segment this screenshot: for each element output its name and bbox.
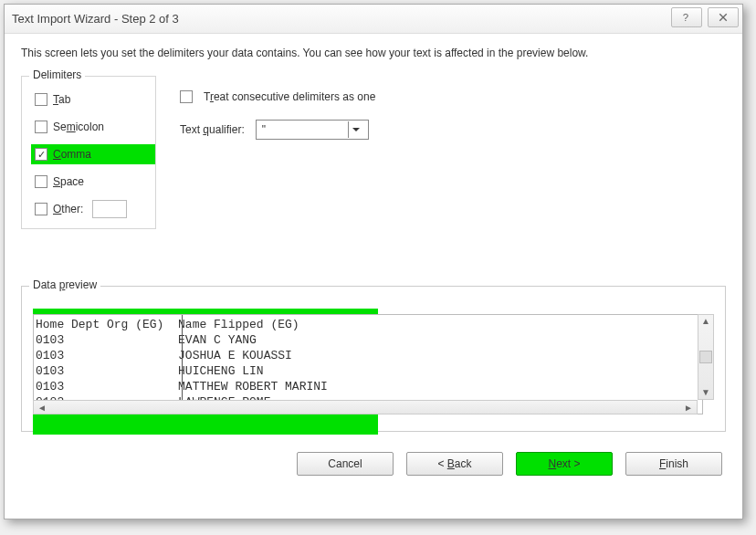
delimiters-fieldset: Delimiters Tab Semicolon Comma xyxy=(21,76,156,229)
data-preview-fieldset: Data preview Home Dept Org (EG) Name Fli… xyxy=(21,286,726,432)
semicolon-checkbox-row[interactable]: Semicolon xyxy=(31,117,155,137)
other-delimiter-input[interactable] xyxy=(92,200,127,218)
tab-checkbox-row[interactable]: Tab xyxy=(31,89,155,110)
comma-checkbox-row[interactable]: Comma xyxy=(31,144,155,164)
next-button[interactable]: Next > xyxy=(516,452,613,476)
titlebar: Text Import Wizard - Step 2 of 3 ? xyxy=(5,5,742,34)
other-checkbox[interactable] xyxy=(35,203,47,215)
semicolon-checkbox[interactable] xyxy=(35,121,47,133)
semicolon-label: Semicolon xyxy=(53,121,104,133)
data-preview-legend: Data preview xyxy=(29,278,100,291)
text-qualifier-label: Text qualifier: xyxy=(180,123,245,136)
help-button[interactable]: ? xyxy=(671,7,702,27)
treat-consecutive-checkbox[interactable] xyxy=(180,90,193,103)
space-label: Space xyxy=(53,175,84,188)
scroll-down-icon[interactable]: ▼ xyxy=(701,386,710,399)
space-checkbox[interactable] xyxy=(35,175,47,188)
horizontal-scrollbar[interactable]: ◄ ► xyxy=(33,400,698,414)
vertical-scrollbar[interactable]: ▲ ▼ xyxy=(698,314,714,400)
svg-text:?: ? xyxy=(683,12,688,23)
dropdown-arrow-icon xyxy=(348,121,364,138)
comma-label: Comma xyxy=(53,148,91,161)
scroll-thumb[interactable] xyxy=(699,351,712,363)
dialog-title: Text Import Wizard - Step 2 of 3 xyxy=(12,12,179,26)
scroll-right-icon[interactable]: ► xyxy=(684,403,693,413)
comma-checkbox[interactable] xyxy=(35,148,47,161)
scroll-up-icon[interactable]: ▲ xyxy=(701,315,710,328)
text-qualifier-select[interactable]: " xyxy=(256,120,369,140)
other-label: Other: xyxy=(53,203,83,215)
close-button[interactable] xyxy=(708,7,739,27)
space-checkbox-row[interactable]: Space xyxy=(31,172,155,192)
tab-checkbox[interactable] xyxy=(35,93,47,106)
instruction-text: This screen lets you set the delimiters … xyxy=(21,47,726,59)
text-import-wizard-dialog: Text Import Wizard - Step 2 of 3 ? This … xyxy=(4,4,743,519)
scroll-left-icon[interactable]: ◄ xyxy=(37,403,47,413)
tab-label: Tab xyxy=(53,93,70,106)
cancel-button[interactable]: Cancel xyxy=(297,452,394,476)
text-qualifier-value: " xyxy=(262,123,266,136)
treat-consecutive-label: Treat consecutive delimiters as one xyxy=(204,90,375,103)
column-separator xyxy=(182,315,183,414)
preview-content: Home Dept Org (EG) Name Flipped (EG) 010… xyxy=(34,315,702,410)
back-button[interactable]: < Back xyxy=(406,452,503,476)
treat-consecutive-row[interactable]: Treat consecutive delimiters as one xyxy=(180,90,375,103)
finish-button[interactable]: Finish xyxy=(625,452,722,476)
delimiters-legend: Delimiters xyxy=(29,68,85,81)
other-checkbox-row[interactable]: Other: xyxy=(31,199,155,219)
